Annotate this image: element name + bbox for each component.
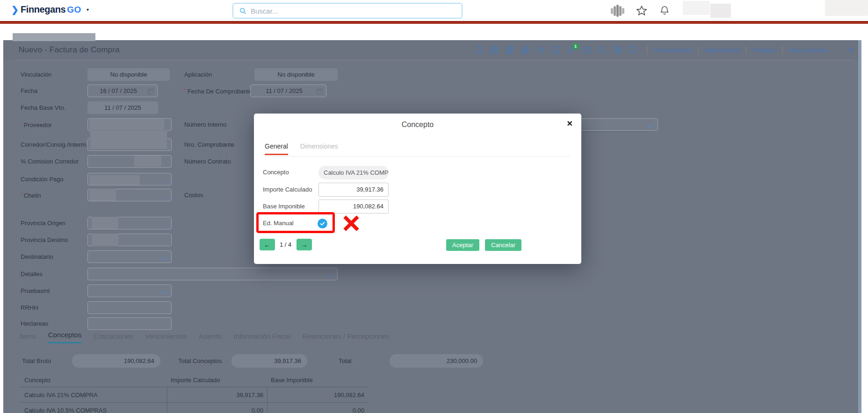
base-imponible-input[interactable]: 190,082.64 bbox=[318, 199, 389, 214]
field-hectareas[interactable] bbox=[87, 317, 172, 330]
toolbar-link-vinculaciones[interactable]: Vinculaciones bbox=[653, 47, 692, 54]
red-divider bbox=[0, 21, 868, 24]
field-label-fecha: Fecha bbox=[21, 85, 37, 97]
redacted-block bbox=[825, 0, 868, 16]
report-icon[interactable] bbox=[613, 45, 622, 55]
field-label-text: Número Interno bbox=[184, 121, 226, 128]
tab-vencimientos[interactable]: Vencimientos bbox=[145, 332, 187, 343]
cell-concepto: Calculo IVA 10.5% COMPRAS bbox=[21, 403, 167, 413]
field-value: No disponible bbox=[278, 71, 315, 78]
bell-icon[interactable] bbox=[659, 5, 670, 17]
ed-manual-checkbox[interactable] bbox=[318, 219, 327, 228]
tab-informaci-n-fiscal[interactable]: Información Fiscal bbox=[234, 332, 291, 343]
next-page-button[interactable]: → bbox=[297, 239, 312, 250]
combo-caret-icon[interactable] bbox=[165, 194, 168, 197]
tab-items[interactable]: Items bbox=[19, 332, 36, 343]
field-label-rrhh: RRHH bbox=[21, 301, 38, 314]
column-header-concepto[interactable]: Concepto bbox=[21, 373, 167, 387]
comment-icon[interactable] bbox=[629, 45, 638, 55]
field-destinatario[interactable] bbox=[87, 250, 172, 263]
toolbar-link-aplicaciones[interactable]: Aplicaciones bbox=[705, 47, 740, 54]
base-imponible-label: Base Imponible bbox=[263, 199, 305, 214]
logo-go-text: GO bbox=[67, 5, 81, 15]
redacted-block bbox=[710, 4, 731, 18]
field-pruebaxml[interactable] bbox=[87, 285, 172, 297]
toolbar-link-label: Más acciones bbox=[789, 47, 828, 54]
field-label-n-mero-contrato: Número Contrato bbox=[184, 155, 231, 168]
chevron-down-icon[interactable] bbox=[161, 255, 167, 259]
total-value-pill: 190,082.64 bbox=[72, 354, 160, 368]
field-fecha[interactable]: 16 / 07 / 2025 bbox=[87, 85, 158, 97]
cell-value: 0.00 bbox=[167, 403, 267, 413]
vertical-scrollbar[interactable] bbox=[858, 40, 861, 413]
modal-tab-dimensiones[interactable]: Dimensiones bbox=[300, 142, 338, 155]
combo-caret-icon[interactable] bbox=[165, 124, 168, 126]
field-label-nro-comprobante: Nro. Comprobante bbox=[184, 138, 234, 151]
tab-conceptos[interactable]: Conceptos bbox=[48, 331, 82, 343]
total-label: Total bbox=[339, 354, 351, 368]
star-icon[interactable] bbox=[636, 5, 648, 17]
annotation-x-mark bbox=[341, 213, 362, 234]
app-grid-icon[interactable] bbox=[611, 4, 624, 17]
toolbar-link-finalizar[interactable]: Finalizar bbox=[752, 47, 776, 54]
tasks-icon[interactable] bbox=[598, 45, 607, 55]
history-icon[interactable] bbox=[536, 45, 545, 55]
cancel-button[interactable]: Cancelar bbox=[485, 239, 521, 251]
check-icon bbox=[319, 221, 326, 227]
toolbar-separator bbox=[746, 46, 746, 54]
global-search-input[interactable]: Buscar... bbox=[232, 3, 463, 19]
chevron-down-icon bbox=[647, 123, 653, 127]
combo-caret-icon[interactable] bbox=[165, 178, 168, 181]
cell-concepto: Calculo IVA 21% COMPRA bbox=[21, 387, 167, 402]
document-close-icon[interactable]: ✕ bbox=[848, 46, 854, 54]
field-label-pruebaxml: Pruebaxml bbox=[21, 285, 50, 297]
field-label-vinculaci-n: Vinculación bbox=[21, 68, 51, 81]
field-fecha-de-comprobante[interactable]: 11 / 07 / 2025 bbox=[250, 85, 326, 97]
field-label-fecha-de-comprobante: *Fecha De Comprobante bbox=[184, 85, 252, 97]
redacted-value-block bbox=[134, 156, 161, 167]
column-header-base-imponible[interactable]: Base Imponible bbox=[267, 373, 368, 387]
toolbar-link-m-s-acciones[interactable]: Más acciones⌄ bbox=[789, 47, 834, 54]
search-placeholder: Buscar... bbox=[251, 7, 278, 15]
tab-cotizaciones[interactable]: Cotizaciones bbox=[93, 332, 133, 343]
pdf-icon[interactable] bbox=[551, 45, 561, 55]
table-row[interactable]: Calculo IVA 10.5% COMPRAS0.000.00 bbox=[21, 403, 368, 413]
importe-calculado-input[interactable]: 39,917.36 bbox=[318, 183, 389, 197]
attachment-icon[interactable]: 1 bbox=[567, 45, 576, 55]
tab-asiento[interactable]: Asiento bbox=[199, 332, 222, 343]
field-rrhh[interactable] bbox=[87, 301, 172, 314]
logo-dropdown-caret-icon[interactable]: ▾ bbox=[87, 7, 89, 12]
field-fecha-base-vto-: 11 / 07 / 2025 bbox=[87, 101, 158, 114]
chevron-down-icon[interactable] bbox=[327, 272, 333, 276]
field-label-text: Número Contrato bbox=[184, 158, 231, 165]
chevron-down-icon[interactable] bbox=[161, 289, 167, 293]
accept-button[interactable]: Aceptar bbox=[446, 239, 479, 251]
search-icon bbox=[239, 7, 246, 14]
field-label-hectareas: Hectareas bbox=[21, 317, 48, 330]
combo-caret-icon[interactable] bbox=[165, 239, 168, 242]
tab-retenciones-percepciones[interactable]: Retenciones / Percepciones bbox=[302, 332, 390, 343]
field-vinculaci-n: No disponible bbox=[87, 68, 170, 81]
top-header: ❯ Finnegans GO ▾ Buscar... bbox=[0, 0, 868, 21]
copy-icon[interactable] bbox=[505, 45, 514, 55]
table-row[interactable]: Calculo IVA 21% COMPRA39,917.36190,082.6… bbox=[21, 387, 368, 403]
column-header-importe-calculado[interactable]: Importe Calculado bbox=[167, 373, 267, 387]
save-icon[interactable] bbox=[490, 45, 499, 55]
field-label-detalles: Detalles bbox=[21, 268, 43, 280]
required-asterisk: * bbox=[21, 121, 23, 128]
print-icon[interactable] bbox=[521, 45, 530, 55]
modal-close-icon[interactable]: ✕ bbox=[567, 119, 573, 128]
toolbar-separator bbox=[698, 46, 699, 54]
field-label-text: Fecha Base Vto. bbox=[21, 104, 65, 111]
prev-page-button[interactable]: ← bbox=[260, 239, 275, 250]
combo-caret-icon[interactable] bbox=[165, 222, 168, 225]
field-label-text: Proveedor bbox=[24, 121, 52, 128]
field-underline bbox=[581, 132, 649, 132]
field-detalles[interactable] bbox=[87, 268, 338, 280]
mail-icon[interactable] bbox=[582, 45, 592, 55]
new-document-icon[interactable] bbox=[474, 45, 484, 55]
field-label-text: Detalles bbox=[21, 271, 43, 278]
ed-manual-label: Ed. Manual bbox=[263, 216, 294, 230]
modal-tab-general[interactable]: General bbox=[265, 142, 288, 155]
finnegans-logo[interactable]: ❯ Finnegans GO ▾ bbox=[11, 4, 89, 15]
